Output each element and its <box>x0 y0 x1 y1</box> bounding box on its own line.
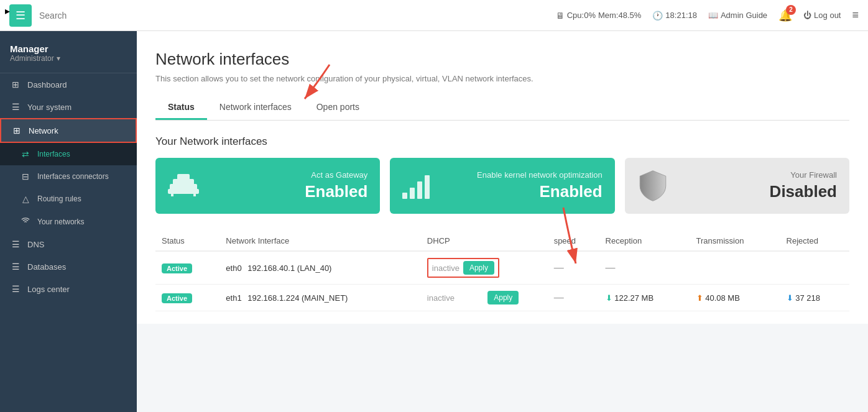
col-status: Status <box>155 231 219 251</box>
topbar: ☰ 🖥 Cpu:0% Mem:48.5% 🕐 18:21:18 📖 Admin … <box>0 0 868 31</box>
row2-transmission: ⬆ 40.08 MB <box>690 285 780 311</box>
sidebar-item-dashboard[interactable]: ⊞ Dashboard <box>0 73 137 96</box>
cpu-label: Cpu:0% <box>567 11 596 20</box>
svg-rect-8 <box>402 193 407 199</box>
svg-rect-6 <box>171 193 173 196</box>
network-icon: ⊞ <box>11 126 22 135</box>
kernel-value: Enabled <box>540 182 603 201</box>
connectors-icon: ⊟ <box>20 172 31 181</box>
sidebar-item-interfaces-connectors[interactable]: ⊟ Interfaces connectors <box>0 165 137 188</box>
table-row: Active eth1 192.168.1.224 (MAIN_NET) ina… <box>155 285 849 311</box>
sidebar-item-dns[interactable]: ☰ DNS <box>0 233 137 255</box>
svg-rect-11 <box>425 175 430 199</box>
col-transmission: Transmission <box>690 231 780 251</box>
status-cards: Act as Gateway Enabled <box>155 158 849 214</box>
kernel-card[interactable]: Enable kernel network optimization Enabl… <box>390 158 614 214</box>
col-reception: Reception <box>599 231 690 251</box>
svg-rect-10 <box>417 181 422 199</box>
col-dhcp: DHCP <box>421 231 548 251</box>
tab-network-interfaces[interactable]: Network interfaces <box>207 96 304 120</box>
sidebar-item-databases[interactable]: ☰ Databases <box>0 255 137 278</box>
active-badge: Active <box>162 293 192 303</box>
lines-icon[interactable]: ≡ <box>852 9 859 22</box>
interfaces-table: Status Network Interface DHCP speed Rece… <box>155 231 849 311</box>
sidebar-item-label: Your system <box>27 103 72 112</box>
row2-dhcp-apply: Apply <box>481 285 547 311</box>
sidebar-item-your-networks[interactable]: Your networks <box>0 210 137 233</box>
sidebar-item-label: DNS <box>27 240 44 249</box>
sidebar-item-your-system[interactable]: ☰ Your system <box>0 96 137 118</box>
apply-button-row1[interactable]: Apply <box>463 261 494 275</box>
sidebar-user-role[interactable]: Administrator ▾ <box>10 54 127 63</box>
sidebar-item-interfaces[interactable]: ⇄ Interfaces <box>0 143 137 165</box>
sidebar-nav: ⊞ Dashboard ☰ Your system ⊞ Network ⇄ In… <box>0 73 137 412</box>
interfaces-icon: ⇄ <box>20 149 31 159</box>
firewall-card[interactable]: Your Firewall Disabled <box>625 158 849 214</box>
databases-icon: ☰ <box>10 262 21 272</box>
row1-interface: eth0 192.168.40.1 (LAN_40) <box>219 251 421 285</box>
row2-dhcp-status: inactive <box>421 285 481 311</box>
gateway-card[interactable]: Act as Gateway Enabled <box>155 158 380 214</box>
sidebar-item-network[interactable]: ⊞ Network <box>0 118 137 143</box>
row2-rejected: ⬇ 37 218 <box>780 285 849 311</box>
tab-status[interactable]: Status <box>155 96 207 120</box>
row1-dhcp: inactive Apply <box>421 251 548 285</box>
sidebar-item-logs-center[interactable]: ☰ Logs center <box>0 278 137 300</box>
firewall-label: Your Firewall <box>790 170 837 180</box>
sidebar-item-label: Logs center <box>27 285 70 294</box>
table-row: Active eth0 192.168.40.1 (LAN_40) inacti… <box>155 251 849 285</box>
signal-icon <box>401 170 435 201</box>
sidebar-item-label: Network <box>29 126 58 135</box>
sidebar-item-label: Routing rules <box>37 195 81 203</box>
dashboard-icon: ⊞ <box>10 80 21 89</box>
gateway-label: Act as Gateway <box>311 170 367 180</box>
gateway-icon <box>165 170 202 201</box>
active-badge: Active <box>162 263 192 273</box>
logout-button[interactable]: ⏻ Log out <box>803 11 841 20</box>
power-icon: ⏻ <box>803 11 811 20</box>
svg-rect-5 <box>177 174 190 180</box>
firewall-text: Your Firewall Disabled <box>681 160 849 211</box>
dhcp-status-row2: inactive <box>427 293 455 303</box>
clock-icon: 🕐 <box>652 11 663 21</box>
row2-speed: — <box>548 285 599 311</box>
system-icon: ☰ <box>10 102 21 112</box>
tabs-container: Status Network interfaces Open ports <box>155 96 849 121</box>
admin-guide-link[interactable]: 📖 Admin Guide <box>708 11 767 20</box>
sidebar-item-routing-rules[interactable]: △ Routing rules <box>0 188 137 210</box>
search-input[interactable] <box>39 11 548 21</box>
row1-rejected <box>780 251 849 285</box>
dhcp-highlighted-cell: inactive Apply <box>427 258 499 278</box>
tabs: Status Network interfaces Open ports <box>155 96 849 121</box>
time-stat: 🕐 18:21:18 <box>652 11 697 21</box>
notifications-bell[interactable]: 🔔 2 <box>778 9 792 22</box>
row1-transmission <box>690 251 780 285</box>
sidebar-item-label: Interfaces connectors <box>37 172 109 181</box>
col-speed: speed <box>548 231 599 251</box>
page-title: Network interfaces <box>155 50 849 69</box>
apply-button-row2[interactable]: Apply <box>487 291 519 304</box>
main-content: Network interfaces This section allows y… <box>137 31 868 324</box>
logs-icon: ☰ <box>10 284 21 294</box>
row1-speed: — <box>548 251 599 285</box>
col-interface: Network Interface <box>219 231 421 251</box>
cpu-icon: 🖥 <box>556 11 565 21</box>
gateway-icon-area <box>155 158 211 214</box>
interfaces-table-container: Status Network Interface DHCP speed Rece… <box>155 231 849 311</box>
time-display: 18:21:18 <box>665 11 697 20</box>
firewall-icon-area <box>625 158 681 214</box>
sidebar-user: Manager Administrator ▾ <box>0 31 137 73</box>
row1-status: Active <box>155 251 219 285</box>
menu-toggle-button[interactable]: ☰ <box>9 4 32 27</box>
wifi-icon <box>20 216 31 227</box>
kernel-label: Enable kernel network optimization <box>477 170 603 180</box>
tab-open-ports[interactable]: Open ports <box>304 96 372 120</box>
col-rejected: Rejected <box>780 231 849 251</box>
row2-reception: ⬇ 122.27 MB <box>599 285 690 311</box>
shield-icon <box>637 170 669 202</box>
mem-label: Mem:48.5% <box>598 11 641 20</box>
firewall-value: Disabled <box>770 182 837 201</box>
routing-icon: △ <box>20 194 31 204</box>
topbar-right: 🖥 Cpu:0% Mem:48.5% 🕐 18:21:18 📖 Admin Gu… <box>556 9 859 22</box>
svg-rect-7 <box>193 193 196 196</box>
